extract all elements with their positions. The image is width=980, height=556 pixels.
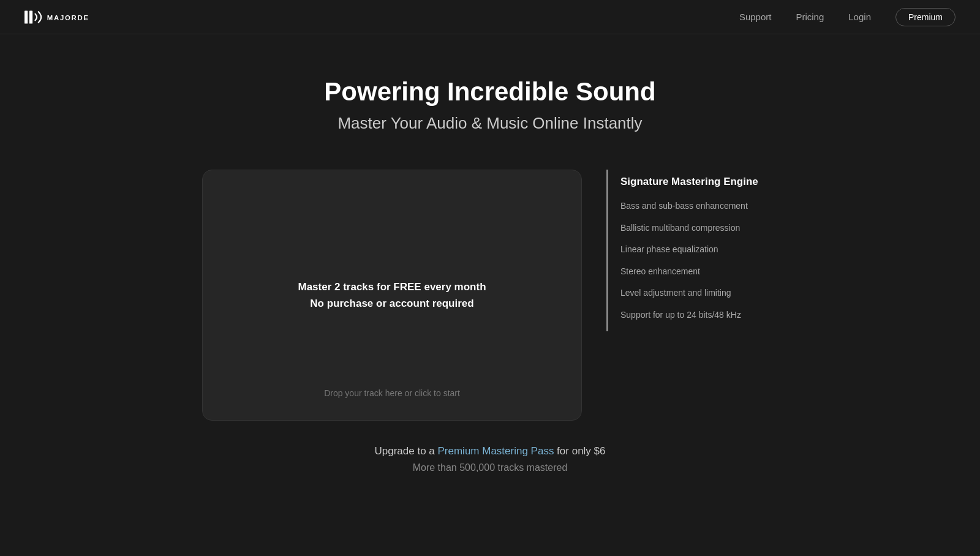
feature-item-2: Ballistic multiband compression	[620, 222, 778, 235]
feature-item-5: Level adjustment and limiting	[620, 287, 778, 299]
feature-item-1: Bass and sub-bass enhancement	[620, 200, 778, 212]
upgrade-text: Upgrade to a Premium Mastering Pass for …	[12, 445, 968, 457]
drop-zone-line2: No purchase or account required	[298, 295, 486, 312]
drop-zone[interactable]: Master 2 tracks for FREE every month No …	[202, 170, 582, 421]
hero-section: Powering Incredible Sound Master Your Au…	[0, 34, 980, 151]
feature-item-3: Linear phase equalization	[620, 244, 778, 256]
svg-rect-0	[24, 10, 28, 23]
drop-zone-hint: Drop your track here or click to start	[324, 388, 460, 398]
nav-links: Support Pricing Login Premium	[739, 8, 956, 26]
upgrade-text-after: for only $6	[554, 445, 605, 457]
features-sidebar: Signature Mastering Engine Bass and sub-…	[606, 170, 778, 331]
svg-rect-1	[29, 10, 32, 23]
upgrade-text-before: Upgrade to a	[374, 445, 437, 457]
nav-login-link[interactable]: Login	[848, 12, 871, 22]
drop-zone-wrapper: Master 2 tracks for FREE every month No …	[202, 170, 582, 421]
hero-subtitle: Master Your Audio & Music Online Instant…	[12, 114, 968, 133]
hero-title: Powering Incredible Sound	[12, 77, 968, 107]
upgrade-premium-link[interactable]: Premium Mastering Pass	[438, 445, 554, 457]
upgrade-subtext: More than 500,000 tracks mastered	[12, 462, 968, 473]
drop-zone-main-text: Master 2 tracks for FREE every month No …	[298, 279, 486, 312]
logo-icon: MAJORDECIBEL	[24, 9, 89, 26]
navbar: MAJORDECIBEL Support Pricing Login Premi…	[0, 0, 980, 34]
features-title: Signature Mastering Engine	[620, 176, 778, 188]
feature-item-6: Support for up to 24 bits/48 kHz	[620, 309, 778, 321]
drop-zone-line1: Master 2 tracks for FREE every month	[298, 279, 486, 295]
feature-item-4: Stereo enhancement	[620, 266, 778, 278]
nav-support-link[interactable]: Support	[739, 12, 772, 22]
svg-text:MAJORDECIBEL: MAJORDECIBEL	[47, 14, 89, 21]
upgrade-section: Upgrade to a Premium Mastering Pass for …	[0, 421, 980, 492]
logo[interactable]: MAJORDECIBEL	[24, 9, 89, 26]
main-content: Master 2 tracks for FREE every month No …	[0, 151, 980, 421]
nav-pricing-link[interactable]: Pricing	[796, 12, 824, 22]
nav-premium-button[interactable]: Premium	[895, 8, 956, 26]
